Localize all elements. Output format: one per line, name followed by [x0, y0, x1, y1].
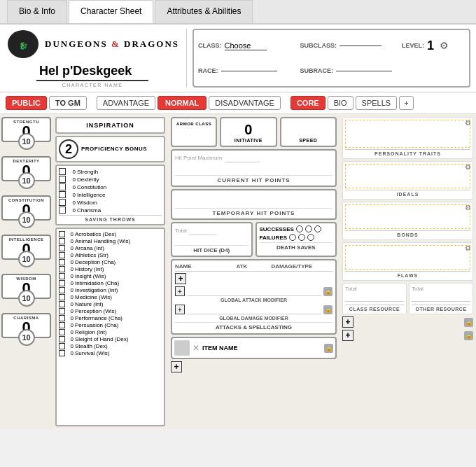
death-saves-label: DEATH SAVES	[260, 242, 333, 251]
bio-button[interactable]: BIO	[328, 96, 354, 110]
attack-atk-header: ATK	[237, 263, 272, 270]
item-name[interactable]: ITEM NAME	[202, 344, 321, 351]
add-item-button[interactable]: +	[171, 361, 182, 372]
temp-hp-box: TEMPORARY HIT POINTS	[171, 189, 337, 220]
personality-gear-icon[interactable]: ⚙	[465, 119, 471, 127]
inspiration-box[interactable]: INSPIRATION	[55, 117, 165, 134]
saving-throw-dexterity-checkbox[interactable]	[59, 176, 66, 183]
ideals-content[interactable]	[345, 164, 470, 188]
bonds-gear-icon[interactable]: ⚙	[465, 204, 471, 211]
level-value[interactable]: 1	[427, 39, 434, 53]
skill-survival-checkbox[interactable]	[59, 350, 65, 356]
public-button[interactable]: PUBLIC	[6, 96, 47, 110]
hit-dice-total-input[interactable]	[189, 225, 217, 235]
initiative-value[interactable]: 0	[244, 122, 252, 138]
attack-dmg-header: DAMAGE/TYPE	[272, 263, 333, 270]
flaws-gear-icon[interactable]: ⚙	[465, 244, 471, 252]
add-other-row-button[interactable]: +	[342, 330, 354, 341]
disadvantage-button[interactable]: DISADVANTAGE	[209, 96, 281, 110]
add-section-button[interactable]: +	[399, 96, 413, 110]
ideals-gear-icon[interactable]: ⚙	[465, 163, 471, 171]
skill-religion-checkbox[interactable]	[59, 329, 65, 335]
failure-circle-1[interactable]	[289, 234, 296, 241]
personality-traits-label: PERSONALITY TRAITS	[345, 149, 470, 156]
skill-performance-checkbox[interactable]	[59, 315, 65, 321]
charisma-modifier: 10	[18, 329, 35, 346]
global-damage-add-button[interactable]: +	[175, 305, 185, 314]
constitution-block: CONSTITUTION 0 10	[1, 195, 51, 221]
temp-hp-value[interactable]	[175, 193, 332, 208]
hp-max-box: Hit Point Maximum CURRENT HIT POINTS	[171, 149, 337, 187]
class-resource-input[interactable]	[345, 292, 404, 302]
core-button[interactable]: CORE	[290, 96, 326, 110]
saving-throw-charisma: 0 Charisma	[59, 207, 162, 214]
skill-persuasion-checkbox[interactable]	[59, 322, 65, 328]
bonds-content[interactable]	[345, 204, 470, 229]
class-value[interactable]: Choose	[225, 41, 267, 50]
add-class-resource-button[interactable]: +	[342, 316, 354, 328]
to-gm-button[interactable]: TO GM	[49, 96, 87, 110]
tab-character-sheet[interactable]: Character Sheet	[69, 0, 153, 23]
skill-intimidation-checkbox[interactable]	[59, 280, 65, 286]
personality-content[interactable]	[345, 120, 470, 148]
global-damage-input[interactable]	[187, 305, 321, 314]
saving-throw-wisdom-checkbox[interactable]	[59, 199, 66, 206]
hp-max-input[interactable]	[225, 153, 260, 162]
flaws-content[interactable]	[345, 245, 470, 270]
x-button[interactable]: ✕	[192, 343, 200, 353]
global-attack-input[interactable]	[187, 286, 321, 296]
skill-insight-checkbox[interactable]	[59, 273, 65, 279]
global-damage-lock-icon[interactable]: 🔒	[323, 305, 332, 314]
subrace-value[interactable]	[336, 71, 392, 71]
skill-animal-handling-checkbox[interactable]	[59, 238, 65, 244]
saving-throw-constitution-checkbox[interactable]	[59, 183, 66, 190]
spells-button[interactable]: SPELLS	[356, 96, 398, 110]
skill-perception-checkbox[interactable]	[59, 308, 65, 314]
armor-class-box: ARMOR CLASS	[171, 117, 217, 147]
successes-label: SUCCESSES	[260, 226, 294, 232]
skill-sleight-of-hand-checkbox[interactable]	[59, 336, 65, 342]
item-lock-icon[interactable]: 🔒	[324, 344, 333, 353]
success-circle-1[interactable]	[296, 225, 303, 232]
skill-medicine-checkbox[interactable]	[59, 294, 65, 300]
skill-stealth-checkbox[interactable]	[59, 343, 65, 349]
skill-deception-checkbox[interactable]	[59, 259, 65, 265]
other-resource-input[interactable]	[412, 292, 470, 302]
ampersand-icon: &	[111, 39, 120, 49]
global-attack-lock-icon[interactable]: 🔒	[323, 287, 332, 296]
saving-throw-strength-checkbox[interactable]	[59, 168, 66, 175]
class-resource-lock-icon[interactable]: 🔒	[464, 318, 473, 327]
flaws-box: ⚙ FLAWS	[342, 242, 473, 281]
skill-arcana-checkbox[interactable]	[59, 245, 65, 251]
add-attack-button[interactable]: +	[175, 273, 186, 284]
saving-throw-intelligence-checkbox[interactable]	[59, 191, 66, 198]
skill-investigation-checkbox[interactable]	[59, 287, 65, 293]
tab-bio-info[interactable]: Bio & Info	[7, 0, 67, 23]
skill-religion: 0 Religion (Int)	[59, 329, 162, 335]
class-resource-box: Total CLASS RESOURCE	[342, 283, 407, 314]
skill-nature: 0 Nature (Int)	[59, 301, 162, 307]
skill-athletics-checkbox[interactable]	[59, 252, 65, 258]
skill-nature-checkbox[interactable]	[59, 301, 65, 307]
skill-history: 0 History (Int)	[59, 266, 162, 272]
skill-history-checkbox[interactable]	[59, 266, 65, 272]
tab-attributes[interactable]: Attributes & Abilities	[155, 0, 253, 23]
advantage-button[interactable]: ADVANTAGE	[97, 96, 155, 110]
success-circle-2[interactable]	[305, 225, 312, 232]
other-resource-box: Total OTHER RESOURCE	[409, 283, 473, 314]
settings-gear-icon[interactable]: ⚙	[440, 40, 449, 51]
race-value[interactable]	[221, 71, 277, 71]
skill-acrobatics-checkbox[interactable]	[59, 231, 65, 237]
failure-circle-3[interactable]	[307, 234, 314, 241]
skill-perception: 0 Perception (Wis)	[59, 308, 162, 314]
success-circle-3[interactable]	[314, 225, 321, 232]
item-thumbnail	[174, 340, 190, 356]
saving-throw-charisma-checkbox[interactable]	[59, 207, 66, 214]
normal-button[interactable]: NORMAL	[158, 96, 206, 110]
global-attack-add-button[interactable]: +	[175, 286, 185, 296]
class-resource-label: CLASS RESOURCE	[345, 305, 404, 312]
current-hp-label: CURRENT HIT POINTS	[175, 175, 332, 183]
other-lock-icon[interactable]: 🔒	[464, 331, 473, 340]
subclass-value[interactable]	[340, 46, 382, 46]
failure-circle-2[interactable]	[298, 234, 305, 241]
